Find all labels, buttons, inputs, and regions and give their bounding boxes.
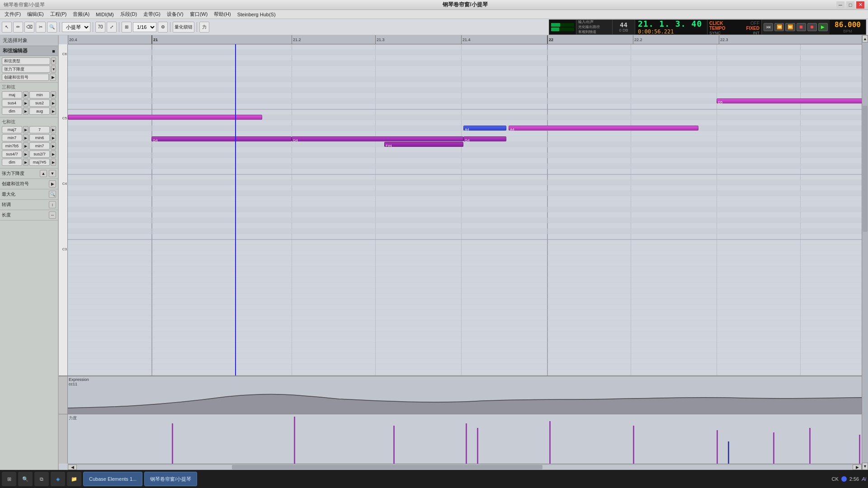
vscroll-up[interactable]: ▲: [862, 35, 868, 42]
chord-min7b5[interactable]: min7b5: [2, 142, 22, 150]
chord-sus47-arrow[interactable]: ▶: [23, 150, 28, 158]
chord-sus4[interactable]: sus4: [2, 99, 22, 107]
chord-dim[interactable]: dim: [2, 108, 22, 115]
chord-sus4-arrow[interactable]: ▶: [23, 99, 28, 107]
menu-help[interactable]: 帮助(H): [211, 10, 233, 19]
tool-zoom[interactable]: 🔍: [47, 22, 57, 33]
hscroll-track[interactable]: [77, 465, 853, 469]
transport-rewind[interactable]: ⏮: [764, 23, 773, 31]
chord-min7-arrow[interactable]: ▶: [23, 134, 28, 141]
menu-midi[interactable]: MIDI(M): [93, 11, 117, 18]
menu-device[interactable]: 设备(V): [164, 10, 186, 19]
note-d5[interactable]: D5: [717, 99, 862, 103]
minimize-button[interactable]: ─: [836, 1, 844, 9]
transport-prev[interactable]: ⏪: [774, 23, 784, 31]
expression-lane[interactable]: Expression cc11: [68, 376, 862, 414]
chord-tension-display[interactable]: 张力下降度: [2, 66, 50, 73]
chord-maj7s5-arrow[interactable]: ▶: [51, 159, 56, 166]
note-b4-long[interactable]: [68, 115, 262, 120]
menu-transport[interactable]: 走带(G): [141, 10, 163, 19]
start-button[interactable]: ⊞: [2, 472, 16, 486]
chord-maj7s5[interactable]: maj7#5: [29, 159, 50, 166]
chord-harmony-btn[interactable]: ▶: [50, 74, 56, 81]
taskbar-explorer[interactable]: 📁: [67, 472, 81, 486]
taskbar-cubase[interactable]: Cubase Elements 1...: [83, 472, 142, 486]
zoom-value-display[interactable]: 70: [95, 22, 105, 33]
grid-canvas[interactable]: A4 A4 G4 G4 G4: [68, 44, 862, 375]
chord-editor-toggle[interactable]: ■: [52, 48, 55, 54]
chord-min7-2-arrow[interactable]: ▶: [51, 142, 56, 150]
tool-scissors[interactable]: ✂: [36, 22, 46, 33]
note-g4-1[interactable]: G4: [151, 136, 292, 141]
chord-maj[interactable]: maj: [2, 91, 22, 99]
note-g4-2[interactable]: G4: [292, 136, 463, 141]
grid-toggle[interactable]: ⊞: [122, 22, 132, 33]
chord-maj7[interactable]: maj7: [2, 126, 22, 133]
tension-up-btn[interactable]: ▲: [40, 170, 47, 177]
chord-sym-btn[interactable]: ▶: [49, 180, 56, 188]
hscroll-left[interactable]: ◀: [68, 465, 77, 470]
menu-edit[interactable]: 编辑(E): [24, 10, 47, 19]
chord-dim-7[interactable]: dim: [2, 159, 22, 166]
menu-window[interactable]: 窗口(W): [187, 10, 211, 19]
chord-7-arrow[interactable]: ▶: [51, 126, 56, 133]
chord-maj7-arrow[interactable]: ▶: [23, 126, 28, 133]
hscroll-thumb[interactable]: [232, 465, 542, 469]
length-btn[interactable]: ↔: [49, 211, 56, 219]
chord-sus27-arrow[interactable]: ▶: [51, 150, 56, 158]
vscrollbar[interactable]: ▲ ▼: [862, 35, 868, 470]
chord-type-arrow[interactable]: ▼: [51, 57, 56, 65]
transport-record[interactable]: ⏺: [807, 23, 817, 31]
vscroll-thumb[interactable]: [863, 106, 868, 232]
chord-min[interactable]: min: [29, 91, 50, 99]
note-a4-blue[interactable]: A4: [463, 126, 506, 131]
force-btn[interactable]: 力: [199, 22, 209, 33]
taskbar-taskview[interactable]: ⧉: [34, 472, 49, 486]
vscroll-track[interactable]: [862, 42, 868, 463]
taskbar-piano-roll[interactable]: 钢琴卷帘窗/小提琴: [144, 472, 197, 486]
chord-sus27[interactable]: sus2/7: [29, 150, 50, 158]
menu-file[interactable]: 文件(F): [2, 10, 24, 19]
chord-aug[interactable]: aug: [29, 108, 50, 115]
taskbar-edge[interactable]: ◈: [51, 472, 65, 486]
chord-sus2[interactable]: sus2: [29, 99, 50, 107]
note-f4s[interactable]: F#4: [384, 142, 463, 147]
chord-min6[interactable]: min6: [29, 134, 50, 141]
note-a4-purple[interactable]: A4: [509, 126, 698, 131]
menu-project[interactable]: 工程(P): [47, 10, 70, 19]
chord-maj-arrow[interactable]: ▶: [23, 91, 28, 99]
chord-min-arrow[interactable]: ▶: [51, 91, 56, 99]
quantize-settings[interactable]: ⚙: [158, 22, 168, 33]
maximize-button[interactable]: □: [846, 1, 854, 9]
chord-sus2-arrow[interactable]: ▶: [51, 99, 56, 107]
taskbar-search[interactable]: 🔍: [18, 472, 33, 486]
tension-down-btn[interactable]: ▼: [49, 170, 56, 177]
chord-tension-arrow[interactable]: ▼: [51, 66, 56, 73]
menu-segment[interactable]: 乐段(D): [118, 10, 140, 19]
tool-pencil[interactable]: ✏: [13, 22, 23, 33]
chord-min7[interactable]: min7: [2, 134, 22, 141]
hscroll-right[interactable]: ▶: [853, 465, 862, 470]
close-button[interactable]: ✕: [856, 1, 864, 9]
tool-eraser[interactable]: ⌫: [24, 22, 34, 33]
transpose-btn[interactable]: ↕: [49, 201, 56, 208]
chord-min7-2[interactable]: min7: [29, 142, 50, 150]
chord-min6-arrow[interactable]: ▶: [51, 134, 56, 141]
velocity-lane[interactable]: [68, 414, 862, 464]
transport-next[interactable]: ⏩: [785, 23, 795, 31]
chord-aug-arrow[interactable]: ▶: [51, 108, 56, 115]
transport-stop[interactable]: ⏹: [797, 23, 806, 31]
chord-dim-7-arrow[interactable]: ▶: [23, 159, 28, 166]
chord-type-display[interactable]: 和弦类型: [2, 57, 50, 65]
quantize-select[interactable]: 1/16: [133, 22, 156, 32]
instrument-select[interactable]: 小提琴: [62, 22, 90, 32]
chord-7[interactable]: 7: [29, 126, 50, 133]
vscroll-down[interactable]: ▼: [862, 463, 868, 470]
chord-harmony-display[interactable]: 创建和弦符号: [2, 74, 49, 81]
quantize-label-btn[interactable]: 量化锁链: [173, 22, 194, 33]
menu-steinberg[interactable]: Steinberg Hub(S): [235, 11, 278, 18]
chord-sus47[interactable]: sus4/7: [2, 150, 22, 158]
hscrollbar[interactable]: ◀ ▶: [68, 464, 862, 470]
chord-dim-arrow[interactable]: ▶: [23, 108, 28, 115]
transport-play[interactable]: ▶: [818, 23, 828, 31]
